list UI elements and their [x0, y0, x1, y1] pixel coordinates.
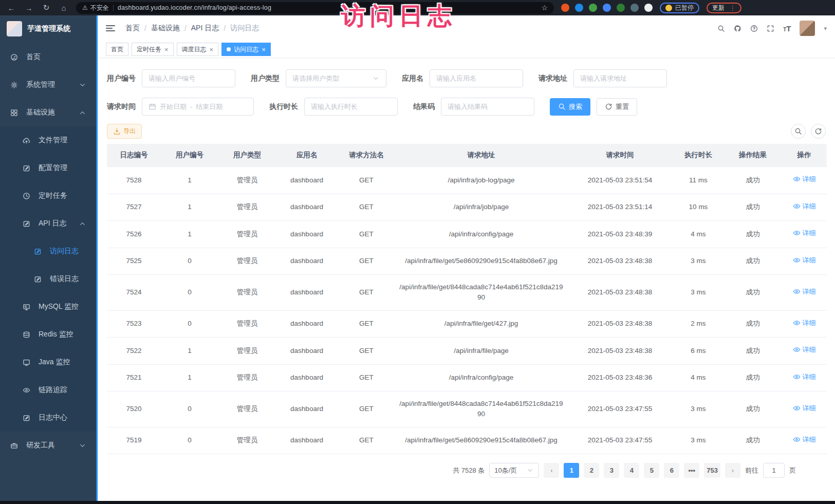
user-avatar[interactable] — [800, 21, 815, 36]
sidebar-item-mysql[interactable]: MySQL 监控 — [0, 293, 96, 321]
page-button-753[interactable]: 753 — [704, 463, 720, 478]
extension-icon-3[interactable] — [589, 4, 597, 12]
not-secure-badge[interactable]: ⚠ 不安全 — [82, 4, 109, 12]
request-url-input[interactable] — [580, 74, 660, 82]
breadcrumb-item[interactable]: 首页 — [125, 24, 140, 33]
page-button-2[interactable]: 2 — [584, 463, 599, 478]
refresh-table-button[interactable] — [811, 124, 826, 139]
extension-icon-1[interactable] — [561, 4, 569, 12]
sidebar-item-log-center[interactable]: 日志中心 — [0, 404, 96, 432]
tag-首页[interactable]: 首页 — [106, 43, 128, 56]
detail-link[interactable]: 详细 — [793, 318, 816, 328]
help-icon[interactable] — [750, 25, 758, 32]
page-button-5[interactable]: 5 — [644, 463, 659, 478]
sidebar-item-home[interactable]: 首页 — [0, 43, 96, 71]
page-button-4[interactable]: 4 — [624, 463, 639, 478]
browser-forward-icon[interactable]: → — [24, 4, 34, 12]
sidebar-item-api-log[interactable]: API 日志 — [0, 210, 96, 237]
table-mini-buttons — [791, 124, 826, 139]
cell-user_id: 0 — [161, 391, 218, 427]
export-button[interactable]: 导出 — [107, 124, 142, 139]
chevron-down-icon — [526, 466, 534, 474]
app-name-input[interactable] — [436, 74, 516, 82]
sidebar-item-config[interactable]: 配置管理 — [0, 154, 96, 182]
cell-url: /api/infra/file/page — [395, 338, 567, 365]
browser-back-icon[interactable]: ← — [6, 4, 16, 12]
browser-menu-icon[interactable]: ⋮ — [729, 4, 736, 12]
reset-button[interactable]: 重置 — [597, 98, 637, 116]
extension-icon-2[interactable] — [575, 4, 583, 12]
filter-buttons: 搜索 重置 — [550, 98, 637, 116]
user-id-input[interactable] — [149, 74, 229, 82]
bookmark-star-icon[interactable]: ☆ — [541, 4, 548, 12]
detail-link[interactable]: 详细 — [793, 174, 816, 184]
page-button-1[interactable]: 1 — [564, 463, 579, 478]
column-header: 用户类型 — [218, 144, 276, 167]
sidebar-item-error-log[interactable]: 错误日志 — [0, 265, 96, 293]
browser-home-icon[interactable]: ⌂ — [59, 4, 69, 12]
detail-link[interactable]: 详细 — [793, 201, 816, 212]
address-bar[interactable]: ⚠ 不安全 dashboard.yudao.iocoder.cn/infra/l… — [76, 2, 554, 14]
tag-定时任务[interactable]: 定时任务× — [132, 43, 174, 56]
detail-link[interactable]: 详细 — [793, 372, 816, 382]
detail-link[interactable]: 详细 — [793, 403, 816, 414]
browser-update-button[interactable]: 更新 ⋮ — [707, 3, 741, 13]
detail-link[interactable]: 详细 — [793, 228, 816, 238]
page-button-6[interactable]: 6 — [664, 463, 679, 478]
extension-icon-6[interactable] — [630, 4, 639, 12]
detail-link[interactable]: 详细 — [793, 255, 816, 266]
tag-访问日志[interactable]: 访问日志× — [221, 43, 271, 56]
fullscreen-icon[interactable] — [767, 25, 774, 32]
sidebar-item-access-log[interactable]: 访问日志 — [0, 237, 96, 265]
detail-link[interactable]: 详细 — [793, 345, 816, 355]
hamburger-icon[interactable] — [106, 25, 115, 31]
app-name-label: 应用名 — [402, 74, 423, 83]
paused-badge[interactable]: 已暂停 — [660, 3, 699, 13]
font-size-icon[interactable]: TT — [783, 24, 791, 33]
page-size-select[interactable]: 10条/页 — [489, 463, 539, 478]
cell-user_id: 0 — [161, 248, 218, 275]
next-page-button[interactable]: › — [725, 463, 740, 478]
duration-input[interactable] — [311, 103, 391, 110]
breadcrumb-item[interactable]: 访问日志 — [230, 24, 259, 33]
sidebar-item-redis[interactable]: Redis 监控 — [0, 321, 96, 348]
cell-method: GET — [338, 221, 395, 248]
browser-reload-icon[interactable]: ↻ — [41, 3, 51, 12]
app-logo-row[interactable]: 芋道管理系统 — [0, 15, 98, 42]
breadcrumb-item[interactable]: 基础设施 — [151, 24, 180, 33]
sidebar-item-job[interactable]: 定时任务 — [0, 182, 96, 210]
pagination-total: 共 7528 条 — [453, 466, 485, 475]
cell-app: dashboard — [276, 364, 338, 391]
sidebar-item-system[interactable]: 系统管理 — [0, 71, 96, 99]
sidebar-item-java[interactable]: Java 监控 — [0, 348, 96, 376]
extension-icon-4[interactable] — [603, 4, 611, 12]
more-pages-icon[interactable]: ••• — [684, 463, 699, 478]
search-button[interactable]: 搜索 — [550, 98, 590, 116]
request-time-label: 请求时间 — [107, 102, 136, 111]
prev-page-button[interactable]: ‹ — [544, 463, 559, 478]
sidebar-item-file[interactable]: 文件管理 — [0, 126, 96, 154]
extension-icon-5[interactable] — [617, 4, 625, 12]
close-icon[interactable]: × — [164, 46, 169, 53]
date-range-picker[interactable]: 开始日期 - 结束日期 — [142, 98, 254, 116]
result-code-input[interactable] — [448, 103, 528, 110]
detail-link[interactable]: 详细 — [793, 435, 816, 445]
chevron-down-icon[interactable]: ▾ — [824, 25, 827, 32]
close-icon[interactable]: × — [262, 46, 266, 53]
edit-icon — [34, 275, 43, 283]
close-icon[interactable]: × — [210, 46, 214, 53]
user-type-select[interactable]: 请选择用户类型 — [286, 69, 386, 87]
toggle-search-button[interactable] — [791, 124, 806, 139]
sidebar-item-trace[interactable]: 链路追踪 — [0, 376, 96, 404]
tag-调度日志[interactable]: 调度日志× — [177, 43, 219, 56]
sidebar-item-dev-tools[interactable]: 研发工具 — [0, 432, 96, 459]
extension-icon-7[interactable] — [644, 4, 653, 12]
detail-link[interactable]: 详细 — [793, 287, 816, 297]
goto-page-input[interactable] — [763, 463, 785, 478]
page-button-3[interactable]: 3 — [604, 463, 619, 478]
column-header: 操作 — [782, 144, 827, 167]
breadcrumb-item[interactable]: API 日志 — [191, 24, 219, 33]
sidebar-item-infra[interactable]: 基础设施 — [0, 99, 96, 126]
github-icon[interactable] — [734, 25, 741, 32]
search-icon[interactable] — [717, 25, 725, 32]
